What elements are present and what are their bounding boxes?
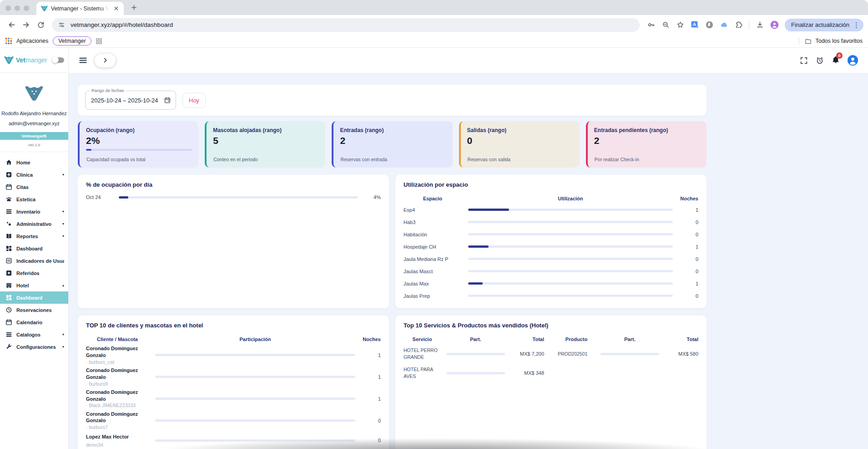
sidebar-item-calendario[interactable]: Calendario [0,316,68,328]
theme-toggle[interactable] [53,57,64,63]
sidebar-item-indicadores[interactable]: Indicadores de Usuario [0,255,68,267]
sidebar-item-reservaciones[interactable]: Reservaciones [0,304,68,316]
occupancy-progress-bar [86,149,192,151]
nights-value: 0 [679,256,698,262]
notifications-bell[interactable]: 0 [832,56,840,66]
table-row: Hab3 0 [404,216,698,228]
sidebar-item-administrativo[interactable]: Administrativo ▾ [0,218,68,230]
stat-card-entradas: Entradas (rango) 2 Reservas con entrada [332,121,452,168]
stat-value: 5 [213,135,319,146]
utilization-bar [468,245,673,248]
today-button[interactable]: Hoy [182,93,206,108]
panel-top-clients: TOP 10 de clientes y mascotas en el hote… [78,316,389,449]
nights-value: 0 [679,269,698,274]
date-range-field[interactable]: Rango de fechas 2025-10-24 – 2025-10-24 [85,91,176,110]
account-avatar[interactable] [848,55,858,66]
downloads-icon[interactable] [753,18,767,32]
sidebar-item-dashboard[interactable]: Dashboard [0,242,68,255]
nights-value: 0 [362,438,381,443]
password-key-icon[interactable] [644,18,658,32]
finish-update-button[interactable]: Finalizar actualización ⋮ [785,19,863,31]
site-settings-icon[interactable] [58,21,65,28]
col-cliente-mascota: Cliente / Mascota [86,337,149,342]
sidebar-item-citas[interactable]: Citas [0,181,68,193]
extensions-puzzle-icon[interactable] [732,18,745,32]
tab-close-icon[interactable] [112,5,120,12]
col-servicio: Servicio [404,337,441,342]
space-label: Jaula Mediana Rz P [404,256,462,262]
dashboard-icon [5,245,12,252]
bookmark-vetmanger[interactable]: Vetmanger [53,36,91,46]
apps-grid-icon[interactable] [5,38,12,44]
user-name: Rodolfo Alejandro Hernandez [0,111,68,116]
hamburger-menu-icon[interactable] [79,56,87,65]
sidebar-item-hotel-dashboard[interactable]: Dashboard [0,291,68,304]
chevron-up-icon: ▴ [62,283,64,287]
space-label: Hab3 [404,219,462,225]
new-tab-button[interactable] [127,1,140,14]
all-favorites[interactable]: Todos los favoritos [815,38,863,44]
table-row: Jaula Mediana Rz P 0 [404,253,698,265]
sidebar-item-label: Clinica [16,172,33,178]
bookmark-apps[interactable]: Aplicaciones [16,38,48,44]
occupancy-row: Oct 24 4% [86,194,381,200]
close-window-button[interactable] [5,5,11,11]
reading-list-grid-icon[interactable] [96,38,102,44]
total-value: MX$ 348 [510,370,544,376]
table-row: Coronado Dominguez Gonzalo· burburs9 1 [86,366,381,388]
client-cell: Coronado Dominguez Gonzalo· burburs_cat [86,345,149,365]
back-icon[interactable] [5,18,18,32]
stat-title: Mascotas alojadas (rango) [213,127,319,133]
sidebar-item-label: Dashboard [16,246,42,251]
minimize-window-button[interactable] [15,5,20,11]
app-version: v91.1.0 [0,143,68,152]
fullscreen-icon[interactable] [800,56,808,65]
sidebar-item-clinica[interactable]: Clinica ▾ [0,168,68,181]
url-bar[interactable]: vetmanger.xyz/app/#/hotel/dashboard [52,18,640,32]
sidebar-item-referidos[interactable]: Referidos [0,267,68,279]
table-header: Servicio Part. Total [404,334,544,344]
nights-value: 1 [362,374,381,380]
table-row: Coronado Dominguez Gonzalo· burburs_cat … [86,344,381,366]
cloud-extension-icon[interactable] [717,18,731,32]
sidebar-item-hotel[interactable]: Hotel ▴ [0,279,68,291]
forward-icon[interactable] [19,18,33,32]
sidebar-item-label: Reservaciones [16,307,52,313]
sidebar-item-home[interactable]: Home [0,156,68,168]
client-name: Coronado Dominguez Gonzalo [86,411,149,424]
space-label: Jaulas Prep [404,293,462,299]
profile-avatar-icon[interactable] [767,18,781,32]
sidebar-item-inventario[interactable]: Inventario ▾ [0,205,68,218]
col-espacio: Espacio [404,196,462,201]
sidebar-item-configuraciones[interactable]: Configuraciones ▾ [0,341,68,353]
reload-icon[interactable] [34,18,47,32]
browser-tab[interactable]: Vetmanger - Sistema Veterina [36,2,124,15]
browser-menu-icon[interactable]: ⋮ [853,21,860,28]
sidebar-item-reportes[interactable]: Reportes ▾ [0,230,68,242]
sidebar-nav: Home Clinica ▾ Citas Estetica Inve [0,152,68,353]
calendar-picker-icon[interactable] [164,97,171,104]
chevron-down-icon: ▾ [62,209,64,214]
participation-bar [155,376,355,378]
adblock-extension-icon[interactable] [702,18,716,32]
chevron-down-icon: ▾ [62,332,64,337]
col-part: Part. [446,337,505,342]
table-header: Producto Part. Total [558,334,698,344]
sidebar-user-section: Rodolfo Alejandro Hernandez admin@vetman… [0,73,68,152]
bookmark-star-icon[interactable] [673,18,687,32]
table-row: Jaulas Max 1 [404,277,698,290]
sidebar-item-catalogos[interactable]: Catalogos ▾ [0,328,68,341]
wrench-icon [5,343,12,350]
zoom-window-button[interactable] [24,5,29,11]
col-total: Total [510,337,544,342]
sidebar-item-label: Home [16,160,30,165]
zoom-out-icon[interactable] [659,18,672,32]
sidebar-item-estetica[interactable]: Estetica [0,193,68,205]
stat-title: Entradas (rango) [340,127,446,133]
sidebar-item-label: Dashboard [16,295,42,301]
url-text[interactable]: vetmanger.xyz/app/#/hotel/dashboard [71,21,173,28]
translate-extension-icon[interactable] [688,18,701,32]
alarm-clock-icon[interactable] [816,56,824,65]
expand-sidebar-button[interactable] [95,54,116,67]
date-range-value[interactable]: 2025-10-24 – 2025-10-24 [91,97,164,104]
